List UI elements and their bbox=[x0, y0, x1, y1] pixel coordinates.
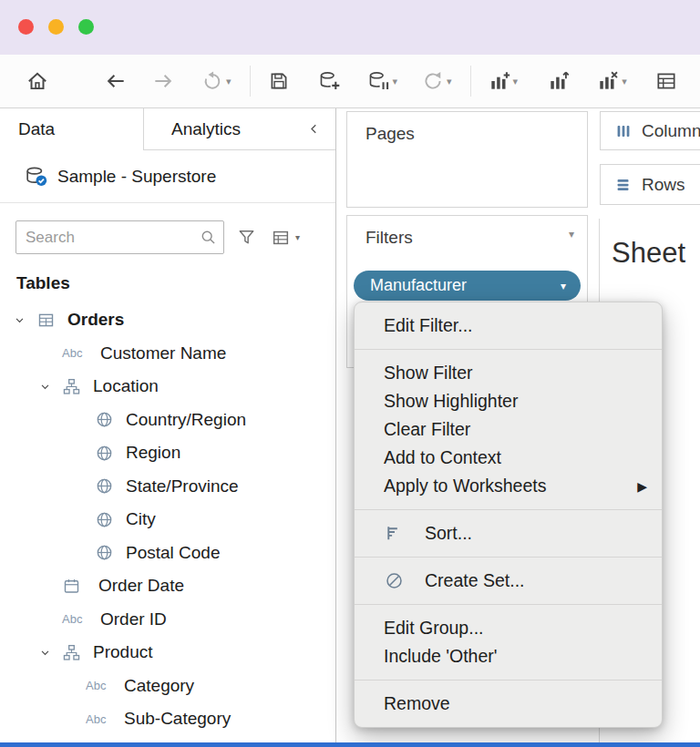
menu-item-sort[interactable]: Sort... bbox=[355, 519, 662, 547]
menu-item-apply-to-worksheets[interactable]: Apply to Worksheets ▶ bbox=[355, 472, 662, 500]
expander-icon[interactable] bbox=[38, 380, 62, 394]
expander-icon[interactable] bbox=[13, 313, 36, 327]
columns-icon bbox=[613, 121, 633, 141]
pause-auto-updates-button[interactable]: ▾ bbox=[362, 62, 404, 100]
menu-item-clear-filter[interactable]: Clear Filter bbox=[355, 415, 662, 444]
clear-sheet-button[interactable]: ▾ bbox=[591, 62, 633, 100]
replay-button[interactable]: ▾ bbox=[195, 62, 237, 100]
new-data-source-button[interactable] bbox=[313, 62, 347, 100]
hierarchy-icon bbox=[62, 643, 93, 662]
data-source-icon bbox=[24, 164, 48, 189]
tree-item-sub-category[interactable]: Abc Sub-Category bbox=[0, 702, 335, 736]
view-options-button[interactable]: ▾ bbox=[271, 228, 300, 248]
tree-item-order-id[interactable]: Abc Order ID bbox=[0, 603, 335, 637]
new-worksheet-button[interactable]: ▾ bbox=[482, 62, 524, 100]
globe-icon bbox=[95, 476, 126, 496]
tree-item-label: Sub-Category bbox=[124, 709, 231, 729]
menu-item-show-filter[interactable]: Show Filter bbox=[355, 359, 662, 387]
save-icon bbox=[267, 69, 291, 93]
tree-item-label: Order Date bbox=[98, 576, 184, 596]
menu-item-label: Create Set... bbox=[425, 570, 524, 591]
tree-item-label: City bbox=[126, 509, 156, 529]
grid-icon bbox=[654, 69, 678, 93]
filter-pill-manufacturer[interactable]: Manufacturer ▾ bbox=[354, 271, 581, 301]
caret-down-icon[interactable]: ▾ bbox=[447, 76, 452, 87]
menu-item-create-set[interactable]: Create Set... bbox=[355, 567, 662, 595]
minimize-button[interactable] bbox=[48, 19, 64, 35]
caret-down-icon[interactable]: ▾ bbox=[561, 280, 566, 292]
caret-down-icon[interactable]: ▾ bbox=[295, 232, 300, 242]
tree-item-city[interactable]: City bbox=[0, 503, 335, 537]
expander-icon[interactable] bbox=[38, 646, 62, 660]
tree-item-label: Order ID bbox=[100, 609, 167, 629]
redo-button[interactable] bbox=[146, 62, 180, 100]
tree-item-product[interactable]: Product bbox=[0, 636, 335, 670]
columns-shelf[interactable]: Columns bbox=[600, 111, 700, 150]
rows-shelf[interactable]: Rows bbox=[600, 164, 700, 205]
tree-item-location[interactable]: Location bbox=[0, 370, 335, 404]
close-button[interactable] bbox=[18, 19, 34, 35]
caret-down-icon[interactable]: ▾ bbox=[569, 228, 574, 240]
menu-item-remove[interactable]: Remove bbox=[355, 690, 662, 718]
tree-item-region[interactable]: Region bbox=[0, 436, 335, 470]
toolbar-divider bbox=[250, 66, 251, 97]
tree-item-postal-code[interactable]: Postal Code bbox=[0, 537, 335, 570]
sort-icon bbox=[384, 523, 425, 544]
search-icon bbox=[199, 228, 218, 247]
caret-down-icon[interactable]: ▾ bbox=[622, 76, 627, 87]
menu-group: Create Set... bbox=[355, 558, 662, 604]
filter-pill-label: Manufacturer bbox=[370, 276, 467, 295]
arrow-left-icon bbox=[104, 69, 128, 93]
tab-data[interactable]: Data bbox=[0, 108, 144, 150]
rows-label: Rows bbox=[642, 175, 685, 195]
tree-item-order-date[interactable]: Order Date bbox=[0, 569, 335, 603]
filter-funnel-icon[interactable] bbox=[236, 227, 257, 248]
tree-item-label: Country/Region bbox=[126, 410, 246, 430]
menu-item-label: Sort... bbox=[425, 523, 472, 544]
tree-item-label: Product bbox=[93, 642, 152, 662]
toolbar-overflow-button[interactable] bbox=[649, 62, 684, 100]
collapse-pane-button[interactable] bbox=[292, 108, 335, 150]
zoom-button[interactable] bbox=[78, 19, 94, 35]
data-source-name: Sample - Superstore bbox=[57, 167, 216, 187]
tree-item-label: State/Province bbox=[126, 476, 239, 496]
database-add-icon bbox=[318, 69, 342, 93]
caret-down-icon[interactable]: ▾ bbox=[393, 76, 398, 87]
tree-item-customer-name[interactable]: Abc Customer Name bbox=[0, 337, 335, 371]
replay-icon bbox=[201, 69, 224, 93]
pages-shelf[interactable]: Pages bbox=[346, 111, 588, 208]
filter-pill-context-menu: Edit Filter... Show Filter Show Highligh… bbox=[354, 302, 663, 728]
tree-item-label: Customer Name bbox=[100, 343, 226, 363]
abc-icon: Abc bbox=[86, 712, 124, 726]
save-button[interactable] bbox=[262, 62, 296, 100]
duplicate-sheet-button[interactable] bbox=[541, 62, 576, 100]
tree-item-state-province[interactable]: State/Province bbox=[0, 470, 335, 504]
rows-icon bbox=[613, 175, 633, 195]
toolbar: ▾ ▾ ▾ ▾ ▾ bbox=[0, 55, 700, 108]
menu-item-show-highlighter[interactable]: Show Highlighter bbox=[355, 387, 662, 415]
caret-down-icon[interactable]: ▾ bbox=[513, 76, 519, 87]
chart-clear-icon bbox=[596, 69, 620, 93]
abc-icon: Abc bbox=[62, 612, 100, 626]
data-source-row[interactable]: Sample - Superstore bbox=[0, 150, 335, 203]
search-input[interactable] bbox=[15, 220, 224, 254]
field-tree: Orders Abc Customer Name Location Countr… bbox=[0, 303, 335, 747]
submenu-arrow-icon: ▶ bbox=[637, 479, 647, 494]
calendar-icon bbox=[62, 577, 98, 596]
run-auto-updates-button[interactable]: ▾ bbox=[416, 62, 458, 100]
menu-item-edit-filter[interactable]: Edit Filter... bbox=[355, 312, 662, 340]
pane-tabs: Data Analytics bbox=[0, 108, 335, 150]
tab-analytics[interactable]: Analytics bbox=[144, 108, 292, 150]
menu-item-edit-group[interactable]: Edit Group... bbox=[355, 614, 662, 642]
menu-item-add-to-context[interactable]: Add to Context bbox=[355, 444, 662, 472]
menu-group: Show Filter Show Highlighter Clear Filte… bbox=[355, 350, 662, 509]
tree-item-orders[interactable]: Orders bbox=[0, 303, 335, 337]
tree-item-category[interactable]: Abc Category bbox=[0, 670, 335, 703]
tree-item-country-region[interactable]: Country/Region bbox=[0, 404, 335, 437]
undo-button[interactable] bbox=[98, 62, 133, 100]
grid-view-icon bbox=[271, 228, 291, 248]
refresh-icon bbox=[421, 69, 445, 93]
menu-item-include-other[interactable]: Include 'Other' bbox=[355, 642, 662, 670]
start-page-button[interactable] bbox=[20, 62, 55, 100]
caret-down-icon[interactable]: ▾ bbox=[226, 76, 232, 87]
